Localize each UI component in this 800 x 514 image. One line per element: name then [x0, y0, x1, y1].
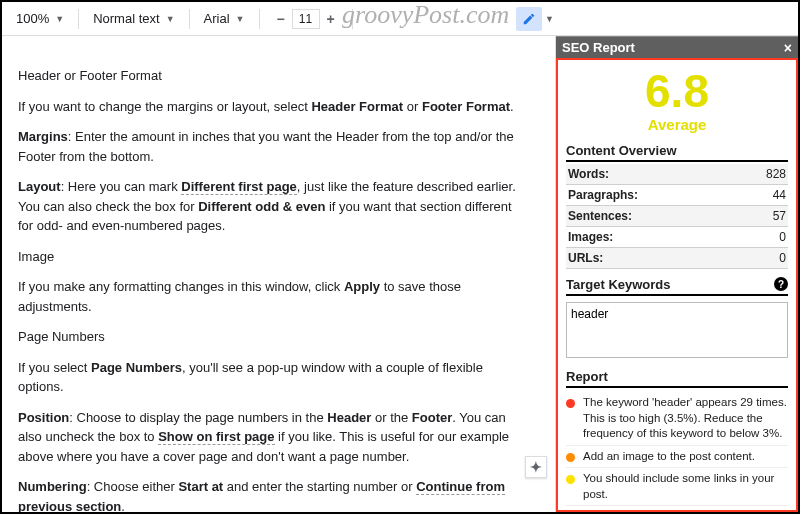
- report-item-text: Content length is over 600 words, this i…: [583, 509, 788, 510]
- zoom-dropdown[interactable]: 100% ▼: [10, 8, 70, 29]
- report-item: Content length is over 600 words, this i…: [566, 506, 788, 510]
- report-item-text: You should include some links in your po…: [583, 471, 788, 502]
- overview-key: URLs:: [568, 251, 603, 265]
- overview-value: 44: [773, 188, 786, 202]
- plus-icon: ✦: [530, 459, 542, 475]
- font-family-dropdown[interactable]: Arial ▼: [198, 8, 251, 29]
- toolbar: 100% ▼ Normal text ▼ Arial ▼ − 11 + groo…: [2, 2, 798, 36]
- report-item: Add an image to the post content.: [566, 446, 788, 469]
- overview-key: Words:: [568, 167, 609, 181]
- report-item: You should include some links in your po…: [566, 468, 788, 506]
- overview-key: Paragraphs:: [568, 188, 638, 202]
- status-dot-icon: [566, 453, 575, 462]
- seo-panel-title: SEO Report: [562, 40, 635, 55]
- overview-value: 828: [766, 167, 786, 181]
- seo-panel-titlebar: SEO Report ×: [556, 36, 798, 58]
- overview-value: 0: [779, 230, 786, 244]
- document-area[interactable]: Header or Footer Format If you want to c…: [2, 36, 555, 512]
- doc-line: Margins: Enter the amount in inches that…: [18, 127, 521, 166]
- doc-line: If you make any formatting changes in th…: [18, 277, 521, 316]
- edit-mode-button[interactable]: [516, 7, 542, 31]
- overview-row: Paragraphs:44: [566, 185, 788, 206]
- target-keywords-heading: Target Keywords ?: [566, 277, 788, 296]
- doc-line: Image: [18, 247, 521, 267]
- pencil-icon: [522, 12, 536, 26]
- font-size-decrease[interactable]: −: [272, 9, 290, 29]
- content-overview-heading: Content Overview: [566, 143, 788, 162]
- chevron-down-icon: ▼: [236, 14, 245, 24]
- overview-row: Images:0: [566, 227, 788, 248]
- chevron-down-icon: ▼: [166, 14, 175, 24]
- report-heading: Report: [566, 369, 788, 388]
- watermark-text: groovyPost.com: [342, 0, 509, 30]
- seo-panel: SEO Report × 6.8 Average Content Overvie…: [555, 36, 798, 512]
- text-style-dropdown[interactable]: Normal text ▼: [87, 8, 180, 29]
- separator: [352, 9, 353, 29]
- report-item-text: Add an image to the post content.: [583, 449, 755, 465]
- status-dot-icon: [566, 475, 575, 484]
- chevron-down-icon: ▼: [55, 14, 64, 24]
- doc-line: Page Numbers: [18, 327, 521, 347]
- separator: [259, 9, 260, 29]
- font-size-input[interactable]: 11: [292, 9, 320, 29]
- report-list: The keyword 'header' appears 29 times. T…: [566, 392, 788, 510]
- overview-key: Sentences:: [568, 209, 632, 223]
- overview-row: Words:828: [566, 164, 788, 185]
- doc-line: Position: Choose to display the page num…: [18, 408, 521, 467]
- explore-button[interactable]: ✦: [525, 456, 547, 478]
- chevron-down-icon: ▼: [545, 14, 554, 24]
- doc-line: If you want to change the margins or lay…: [18, 97, 521, 117]
- separator: [189, 9, 190, 29]
- target-keywords-input[interactable]: [566, 302, 788, 358]
- doc-line: If you select Page Numbers, you'll see a…: [18, 358, 521, 397]
- overview-row: Sentences:57: [566, 206, 788, 227]
- doc-line: Layout: Here you can mark Different firs…: [18, 177, 521, 236]
- help-icon[interactable]: ?: [774, 277, 788, 291]
- report-item-text: The keyword 'header' appears 29 times. T…: [583, 395, 788, 442]
- seo-score-value: 6.8: [566, 68, 788, 114]
- report-item: The keyword 'header' appears 29 times. T…: [566, 392, 788, 446]
- doc-line: Numbering: Choose either Start at and en…: [18, 477, 521, 512]
- font-size-increase[interactable]: +: [322, 9, 340, 29]
- text-style-value: Normal text: [93, 11, 159, 26]
- overview-row: URLs:0: [566, 248, 788, 269]
- seo-score: 6.8 Average: [566, 68, 788, 133]
- overview-key: Images:: [568, 230, 613, 244]
- font-family-value: Arial: [204, 11, 230, 26]
- seo-score-label: Average: [566, 116, 788, 133]
- zoom-value: 100%: [16, 11, 49, 26]
- overview-value: 0: [779, 251, 786, 265]
- separator: [78, 9, 79, 29]
- close-icon[interactable]: ×: [784, 40, 792, 56]
- content-overview-list: Words:828Paragraphs:44Sentences:57Images…: [566, 164, 788, 269]
- status-dot-icon: [566, 399, 575, 408]
- doc-line: Header or Footer Format: [18, 66, 521, 86]
- overview-value: 57: [773, 209, 786, 223]
